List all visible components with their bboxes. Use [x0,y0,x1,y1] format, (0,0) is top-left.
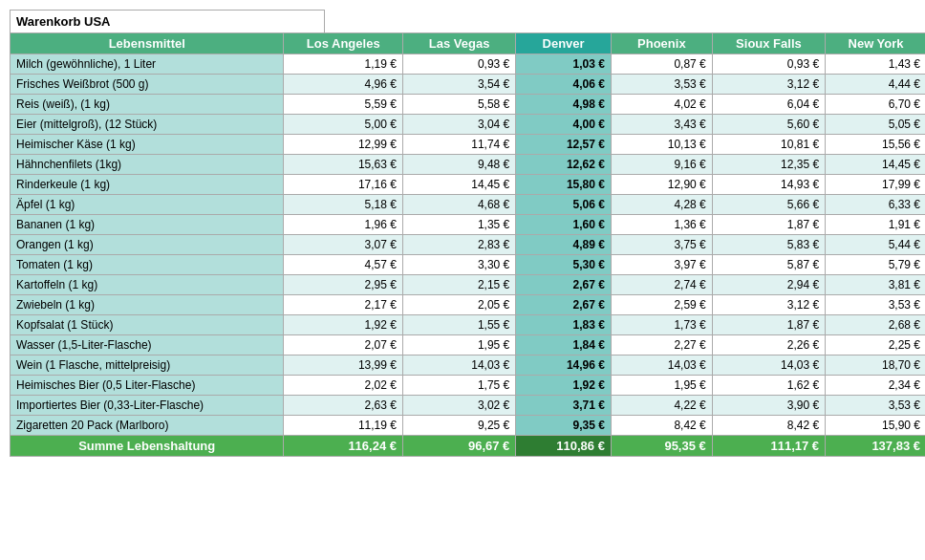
cell-9-1: 3,07 € [284,235,403,255]
header-col4: Phoenix [611,33,712,54]
cell-8-0: Bananen (1 kg) [11,215,284,235]
cell-10-0: Tomaten (1 kg) [11,255,284,275]
cell-16-3: 1,92 € [516,376,612,396]
cell-1-1: 4,96 € [284,75,403,95]
table-row: Eier (mittelgroß), (12 Stück)5,00 €3,04 … [11,115,926,135]
cell-3-2: 3,04 € [402,115,515,135]
table-row: Kartoffeln (1 kg)2,95 €2,15 €2,67 €2,74 … [11,275,926,295]
cell-1-3: 4,06 € [516,75,612,95]
cell-0-0: Milch (gewöhnliche), 1 Liter [11,54,284,75]
cell-12-5: 3,12 € [712,295,825,315]
cell-11-0: Kartoffeln (1 kg) [11,275,284,295]
cell-1-2: 3,54 € [402,75,515,95]
cell-11-4: 2,74 € [611,275,712,295]
cell-5-6: 14,45 € [826,155,925,175]
cell-3-1: 5,00 € [284,115,403,135]
cell-1-6: 4,44 € [826,75,925,95]
cell-15-4: 14,03 € [611,355,712,376]
cell-3-3: 4,00 € [516,115,612,135]
cell-0-1: 1,19 € [284,54,403,75]
cell-14-5: 2,26 € [712,335,825,355]
cell-17-5: 3,90 € [712,396,825,416]
cell-10-6: 5,79 € [826,255,925,275]
cell-18-1: 11,19 € [284,416,403,436]
cell-1-0: Frisches Weißbrot (500 g) [11,75,284,95]
cell-14-0: Wasser (1,5-Liter-Flasche) [11,335,284,355]
cell-17-4: 4,22 € [611,396,712,416]
table-row: Rinderkeule (1 kg)17,16 €14,45 €15,80 €1… [11,175,926,195]
footer-c2: 96,67 € [402,436,515,457]
cell-12-0: Zwiebeln (1 kg) [11,295,284,315]
cell-5-1: 15,63 € [284,155,403,175]
cell-16-2: 1,75 € [402,376,515,396]
cell-7-2: 4,68 € [402,195,515,215]
cell-17-6: 3,53 € [826,396,925,416]
cell-0-3: 1,03 € [516,54,612,75]
cell-2-6: 6,70 € [826,95,925,115]
cell-6-1: 17,16 € [284,175,403,195]
cell-9-3: 4,89 € [516,235,612,255]
footer-c4: 95,35 € [611,436,712,457]
cell-16-4: 1,95 € [611,376,712,396]
table-row: Kopfsalat (1 Stück)1,92 €1,55 €1,83 €1,7… [11,315,926,335]
cell-8-3: 1,60 € [516,215,612,235]
cell-15-5: 14,03 € [712,355,825,376]
cell-14-4: 2,27 € [611,335,712,355]
header-col2: Las Vegas [402,33,515,54]
cell-16-5: 1,62 € [712,376,825,396]
cell-12-2: 2,05 € [402,295,515,315]
cell-15-1: 13,99 € [284,355,403,376]
cell-2-0: Reis (weiß), (1 kg) [11,95,284,115]
cell-2-2: 5,58 € [402,95,515,115]
cell-7-5: 5,66 € [712,195,825,215]
cell-12-3: 2,67 € [516,295,612,315]
cell-13-4: 1,73 € [611,315,712,335]
cell-3-5: 5,60 € [712,115,825,135]
cell-8-5: 1,87 € [712,215,825,235]
cell-7-0: Äpfel (1 kg) [11,195,284,215]
cell-6-0: Rinderkeule (1 kg) [11,175,284,195]
table-title: Warenkorb USA [10,10,325,32]
cost-of-living-table: Lebensmittel Los Angeles Las Vegas Denve… [10,32,925,457]
cell-11-5: 2,94 € [712,275,825,295]
cell-6-2: 14,45 € [402,175,515,195]
cell-15-0: Wein (1 Flasche, mittelpreisig) [11,355,284,376]
cell-8-4: 1,36 € [611,215,712,235]
cell-5-0: Hähnchenfilets (1kg) [11,155,284,175]
cell-18-5: 8,42 € [712,416,825,436]
cell-10-2: 3,30 € [402,255,515,275]
cell-17-2: 3,02 € [402,396,515,416]
cell-12-6: 3,53 € [826,295,925,315]
cell-2-1: 5,59 € [284,95,403,115]
table-row: Bananen (1 kg)1,96 €1,35 €1,60 €1,36 €1,… [11,215,926,235]
table-row: Zigaretten 20 Pack (Marlboro)11,19 €9,25… [11,416,926,436]
cell-7-1: 5,18 € [284,195,403,215]
cell-0-4: 0,87 € [611,54,712,75]
table-row: Orangen (1 kg)3,07 €2,83 €4,89 €3,75 €5,… [11,235,926,255]
cell-9-6: 5,44 € [826,235,925,255]
footer-row: Summe Lebenshaltung 116,24 € 96,67 € 110… [11,436,926,457]
cell-9-5: 5,83 € [712,235,825,255]
cell-5-2: 9,48 € [402,155,515,175]
cell-5-4: 9,16 € [611,155,712,175]
cell-6-6: 17,99 € [826,175,925,195]
cell-5-5: 12,35 € [712,155,825,175]
cell-2-4: 4,02 € [611,95,712,115]
cell-11-3: 2,67 € [516,275,612,295]
footer-c3: 110,86 € [516,436,612,457]
cell-12-1: 2,17 € [284,295,403,315]
header-item: Lebensmittel [11,33,284,54]
cell-5-3: 12,62 € [516,155,612,175]
cell-6-3: 15,80 € [516,175,612,195]
table-row: Frisches Weißbrot (500 g)4,96 €3,54 €4,0… [11,75,926,95]
cell-13-3: 1,83 € [516,315,612,335]
cell-13-6: 2,68 € [826,315,925,335]
cell-10-4: 3,97 € [611,255,712,275]
table-row: Tomaten (1 kg)4,57 €3,30 €5,30 €3,97 €5,… [11,255,926,275]
cell-0-5: 0,93 € [712,54,825,75]
cell-4-3: 12,57 € [516,135,612,155]
cell-7-4: 4,28 € [611,195,712,215]
cell-18-2: 9,25 € [402,416,515,436]
cell-2-5: 6,04 € [712,95,825,115]
cell-6-4: 12,90 € [611,175,712,195]
